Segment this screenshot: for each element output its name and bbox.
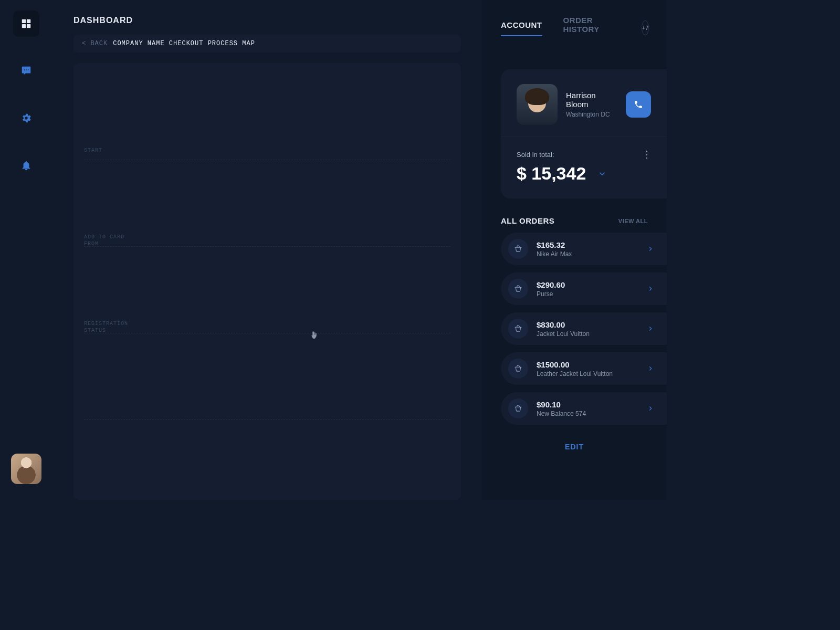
sidebar-item-settings[interactable]: [13, 105, 39, 131]
order-row[interactable]: $830.00 Jacket Loui Vuitton: [501, 312, 667, 345]
basket-icon: [508, 239, 528, 259]
order-price: $1500.00: [537, 360, 638, 369]
lane-label: ADD TO CARD FROM: [84, 234, 124, 247]
basket-icon: [508, 319, 528, 339]
panel-tabs: ACCOUNT ORDER HISTORY +7: [482, 16, 667, 48]
order-price: $290.60: [537, 280, 638, 289]
chat-icon: [20, 65, 32, 77]
account-panel: ACCOUNT ORDER HISTORY +7 Harrison Bloom …: [482, 0, 667, 500]
profile-location: Washington DC: [566, 111, 617, 118]
chevron-down-icon[interactable]: [597, 169, 607, 178]
order-row[interactable]: $1500.00 Leather Jacket Loui Vuitton: [501, 352, 667, 385]
gear-icon: [20, 112, 32, 124]
order-row[interactable]: $165.32 Nike Air Max: [501, 233, 667, 265]
grid-icon: [20, 18, 32, 29]
order-name: Purse: [537, 290, 638, 298]
order-row[interactable]: $90.10 New Balance 574: [501, 392, 667, 425]
cursor-hand-icon: [310, 331, 319, 340]
breadcrumb: < BACK COMPANY NAME CHECKOUT PROCESS MAP: [74, 35, 461, 52]
chevron-right-icon: [647, 405, 654, 412]
lane-label: START: [84, 147, 102, 154]
user-avatar-small[interactable]: [11, 454, 41, 484]
process-canvas[interactable]: START ADD TO CARD FROM REGISTRATION STAT…: [74, 63, 461, 500]
tab-more-count[interactable]: +7: [642, 20, 649, 35]
sidebar-item-chat[interactable]: [13, 58, 39, 84]
order-price: $165.32: [537, 240, 638, 249]
order-price: $90.10: [537, 400, 638, 409]
order-list: $165.32 Nike Air Max $290.60 Purse $830.…: [482, 233, 667, 425]
order-name: Leather Jacket Loui Vuitton: [537, 370, 638, 377]
basket-icon: [508, 398, 528, 418]
tab-order-history[interactable]: ORDER HISTORY: [563, 16, 600, 40]
more-menu[interactable]: ⋮: [642, 149, 651, 160]
chevron-right-icon: [647, 365, 654, 372]
user-avatar: [517, 84, 558, 125]
sidebar-item-dashboard[interactable]: [13, 10, 39, 37]
basket-icon: [508, 359, 528, 379]
order-name: Nike Air Max: [537, 250, 638, 258]
order-price: $830.00: [537, 320, 638, 329]
phone-icon: [634, 100, 643, 109]
svg-rect-2: [22, 24, 26, 28]
svg-rect-3: [27, 24, 30, 28]
view-all-link[interactable]: VIEW ALL: [618, 218, 648, 224]
main-content: DASHBOARD < BACK COMPANY NAME CHECKOUT P…: [52, 0, 482, 500]
svg-rect-1: [27, 19, 30, 23]
profile-card: Harrison Bloom Washington DC Sold in tot…: [501, 69, 667, 198]
order-name: New Balance 574: [537, 410, 638, 417]
order-row[interactable]: $290.60 Purse: [501, 272, 667, 305]
breadcrumb-path: COMPANY NAME CHECKOUT PROCESS MAP: [113, 40, 255, 47]
edit-button[interactable]: EDIT: [565, 443, 584, 451]
chevron-right-icon: [647, 285, 654, 292]
page-title: DASHBOARD: [74, 16, 461, 25]
tab-account[interactable]: ACCOUNT: [501, 20, 542, 36]
chevron-right-icon: [647, 245, 654, 253]
total-label: Sold in total:: [517, 151, 554, 159]
chevron-right-icon: [647, 325, 654, 332]
call-button[interactable]: [626, 91, 651, 118]
profile-name: Harrison Bloom: [566, 91, 617, 109]
svg-rect-0: [22, 19, 26, 23]
sidebar-nav: [0, 0, 52, 500]
basket-icon: [508, 279, 528, 299]
bell-icon: [20, 160, 32, 171]
lane-label: REGISTRATION STATUS: [84, 320, 128, 334]
back-button[interactable]: < BACK: [82, 40, 108, 47]
total-amount: $ 15,342: [517, 163, 586, 184]
order-name: Jacket Loui Vuitton: [537, 330, 638, 338]
sidebar-item-notifications[interactable]: [13, 152, 39, 178]
orders-title: ALL ORDERS: [501, 216, 554, 225]
